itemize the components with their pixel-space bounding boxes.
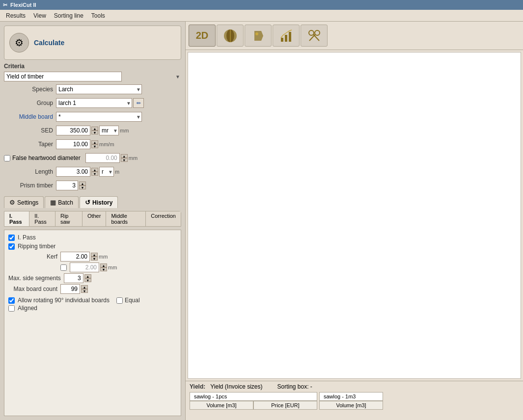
max-board-count-spin-up[interactable]: ▲ [81,285,88,289]
criteria-select-container: Yield of timber ▼ [4,72,181,81]
middle-board-select[interactable]: * [56,112,142,122]
length-spin-down[interactable]: ▼ [91,172,98,176]
taper-field-group: ▲ ▼ mm/m [56,139,114,149]
kerf2-spin-up[interactable]: ▲ [100,263,107,267]
calculate-button[interactable]: Calculate [34,39,64,47]
length-spin-up[interactable]: ▲ [91,168,98,172]
criteria-select[interactable]: Yield of timber [4,72,122,81]
menu-tools[interactable]: Tools [87,11,109,20]
max-board-count-row: Max board count ▲ ▼ [8,284,177,294]
sed-spin-up[interactable]: ▲ [91,127,98,131]
false-heartwood-spin-up[interactable]: ▲ [121,154,128,158]
max-side-segments-input[interactable] [64,273,83,283]
false-heartwood-spinner: ▲ ▼ [121,154,128,162]
sawlog-1m3-group: sawlog - 1m3 Volume [m3] [319,392,383,410]
toolbar-scissors-button[interactable] [301,25,328,47]
sorting-box-label: Sorting box: - [277,383,312,390]
false-heartwood-checkbox[interactable] [4,155,10,161]
toolbar-circle-button[interactable] [217,25,244,47]
aligned-checkbox[interactable] [8,305,15,312]
sed-input[interactable] [56,126,90,135]
tab-settings-label: Settings [17,199,38,206]
ripping-timber-checkbox-row: Ripping timber [8,243,177,250]
sawlog-1m3-label: sawlog - 1m3 [319,392,383,401]
toolbar-chart-button[interactable] [273,25,300,47]
app-icon: ✂ [3,2,7,8]
kerf2-spinner: ▲ ▼ [100,263,107,271]
length-unit-select[interactable]: m [99,167,114,177]
allow-rotating-checkbox[interactable] [8,297,15,304]
volume-header: Volume [m3] [190,401,253,410]
max-board-count-spin-down[interactable]: ▼ [81,289,88,293]
length-label: Length [4,168,53,175]
taper-row: Taper ▲ ▼ mm/m [4,139,181,149]
species-select-container: Larch ▼ [56,84,142,94]
kerf2-field-group: ▲ ▼ mm [70,262,117,272]
toolbar-2d-button[interactable]: 2D [189,25,216,47]
sawlog-1pcs-headers: Volume [m3] Price [EUR] [190,401,317,410]
kerf2-spin-down[interactable]: ▼ [100,267,107,271]
species-row: Species Larch ▼ [4,84,181,94]
sed-unit-select-container: mm ▼ [99,126,119,135]
group-select[interactable]: larch 1 [56,98,132,108]
tab-batch[interactable]: ▦ Batch [45,196,79,208]
subtab-ipass[interactable]: I. Pass [4,211,29,226]
middle-board-label: Middle board [4,113,53,120]
menu-view[interactable]: View [29,11,50,20]
taper-input[interactable] [56,139,90,149]
ripping-timber-checkbox[interactable] [8,243,15,250]
equal-label: Equal [125,297,140,304]
subtab-iipass[interactable]: II. Pass [29,211,55,226]
circle-view-icon [222,28,238,44]
menu-results[interactable]: Results [2,11,29,20]
prism-timber-spin-up[interactable]: ▲ [79,182,86,185]
ipass-checkbox-label: I. Pass [18,234,36,241]
max-side-segments-spin-up[interactable]: ▲ [84,274,91,278]
ipass-checkbox[interactable] [8,235,15,241]
kerf-input[interactable] [60,252,90,262]
length-input[interactable] [56,167,90,177]
kerf-row: Kerf ▲ ▼ mm [8,252,177,262]
kerf-spinner: ▲ ▼ [91,253,98,261]
tab-history-label: History [92,199,112,206]
sed-spin-down[interactable]: ▼ [91,131,98,134]
taper-spin-down[interactable]: ▼ [91,144,98,148]
max-side-segments-spin-down[interactable]: ▼ [84,278,91,282]
subtab-other[interactable]: Other [83,211,107,226]
sed-spinner: ▲ ▼ [91,127,98,134]
sawlog-1pcs-label: sawlog - 1pcs [190,392,317,401]
subtab-ripsaw[interactable]: Rip saw [55,211,83,226]
allow-rotating-label: Allow rotating 90° individual boards [18,297,110,304]
prism-timber-spin-down[interactable]: ▼ [79,185,86,189]
species-select[interactable]: Larch [56,84,142,94]
tag-icon [250,28,266,44]
kerf2-checkbox[interactable] [60,264,67,271]
false-heartwood-spin-down[interactable]: ▼ [121,158,128,162]
group-edit-button[interactable]: ✏ [133,98,144,108]
middle-board-row: Middle board * ▼ [4,112,181,122]
max-board-count-label: Max board count [8,286,57,292]
menubar: Results View Sorting line Tools [0,10,523,22]
price-header: Price [EUR] [253,401,317,410]
kerf-spin-down[interactable]: ▼ [91,257,98,261]
tab-history[interactable]: ↺ History [80,196,118,208]
taper-spin-up[interactable]: ▲ [91,140,98,144]
max-side-segments-field-group: ▲ ▼ [64,273,91,283]
sed-field-group: ▲ ▼ mm ▼ mm [56,126,129,135]
prism-timber-input[interactable] [56,181,78,190]
tab-settings[interactable]: ⚙ Settings [4,196,44,208]
kerf-spin-up[interactable]: ▲ [91,253,98,257]
prism-timber-row: Prism timber ▲ ▼ [4,181,181,190]
kerf-unit: mm [99,254,108,260]
subtab-middleboards[interactable]: Middle boards [106,211,146,226]
equal-checkbox[interactable] [116,297,123,304]
calc-icon: ⚙ [9,33,29,52]
subtab-correction[interactable]: Correction [146,211,181,226]
criteria-label: Criteria [4,63,181,70]
sed-unit-select[interactable]: mm [99,126,119,135]
menu-sorting-line[interactable]: Sorting line [50,11,87,20]
toolbar-tag-button[interactable] [245,25,272,47]
max-side-segments-spinner: ▲ ▼ [84,274,91,282]
max-board-count-input[interactable] [60,284,80,294]
sawlog-1pcs-group: sawlog - 1pcs Volume [m3] Price [EUR] [190,392,317,410]
